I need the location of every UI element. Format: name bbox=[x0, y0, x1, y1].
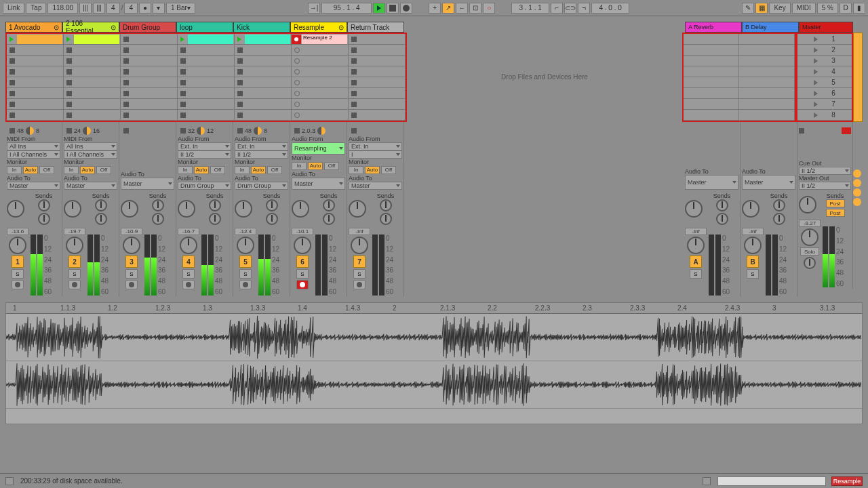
volume-value[interactable]: -10.1 bbox=[292, 228, 313, 235]
clip-slot[interactable] bbox=[121, 66, 178, 77]
scene-launch[interactable]: 7 bbox=[797, 99, 852, 110]
nudge-up-icon[interactable]: ||| bbox=[93, 3, 105, 14]
clip-slot[interactable] bbox=[121, 56, 178, 66]
clip-slot[interactable] bbox=[292, 99, 349, 110]
crossfade-bar[interactable] bbox=[853, 33, 863, 122]
clip-slot[interactable] bbox=[178, 66, 235, 77]
track-header[interactable]: Resample⊙ bbox=[290, 22, 347, 33]
arm-button[interactable] bbox=[239, 280, 252, 289]
solo-button[interactable]: S bbox=[12, 269, 24, 279]
clip-slot[interactable] bbox=[64, 66, 121, 77]
send-a-knob[interactable] bbox=[266, 199, 278, 211]
track-activator[interactable]: 2 bbox=[68, 256, 81, 268]
session-record-icon[interactable]: ○ bbox=[483, 3, 495, 14]
monitor-in[interactable]: In bbox=[292, 162, 307, 170]
stop-clip-icon[interactable] bbox=[66, 128, 72, 134]
drop-files-area[interactable]: Drop Files and Devices Here bbox=[407, 33, 682, 122]
output-dropdown[interactable]: Master bbox=[121, 178, 174, 190]
clip-slot[interactable] bbox=[349, 99, 406, 110]
clip-slot[interactable] bbox=[7, 110, 64, 121]
loop-start[interactable]: 3 . 1 . 1 bbox=[511, 3, 549, 14]
clip-slot[interactable] bbox=[235, 77, 292, 88]
input-type-dropdown[interactable]: Ext. In bbox=[235, 142, 288, 150]
monitor-auto[interactable]: Auto bbox=[80, 166, 95, 174]
clip-slot[interactable] bbox=[64, 56, 121, 66]
computer-midi-icon[interactable]: ▦ bbox=[755, 3, 768, 14]
send-b-knob[interactable] bbox=[209, 213, 221, 225]
solo-button[interactable]: Solo bbox=[800, 247, 819, 256]
volume-knob[interactable] bbox=[237, 237, 254, 254]
send-b-knob[interactable] bbox=[266, 213, 278, 225]
input-channel-dropdown[interactable]: I bbox=[349, 150, 402, 159]
cue-out-dropdown[interactable]: II 1/2 bbox=[799, 167, 851, 175]
solo-button[interactable]: S bbox=[239, 269, 252, 279]
clip-slot[interactable] bbox=[349, 77, 406, 88]
arm-button[interactable] bbox=[125, 280, 138, 289]
arm-button[interactable] bbox=[353, 280, 366, 289]
clip-slot[interactable]: Resample 2 bbox=[292, 34, 349, 45]
monitor-auto[interactable]: Auto bbox=[194, 166, 209, 174]
volume-value[interactable]: -16.7 bbox=[178, 228, 199, 235]
clip-slot[interactable] bbox=[121, 34, 178, 45]
pan-knob[interactable] bbox=[235, 200, 252, 218]
draw-mode-icon[interactable]: ✎ bbox=[742, 3, 754, 14]
monitor-in[interactable]: In bbox=[235, 166, 250, 174]
clip-slot[interactable] bbox=[64, 77, 121, 88]
mixer-section-toggle[interactable] bbox=[853, 198, 861, 206]
volume-value[interactable]: -10.9 bbox=[121, 228, 142, 235]
solo-button[interactable]: S bbox=[690, 269, 702, 279]
stop-all-icon[interactable] bbox=[842, 127, 851, 134]
loop-icon[interactable]: ⊂⊃ bbox=[564, 3, 576, 14]
send-a-knob[interactable] bbox=[95, 199, 107, 211]
capture-midi-icon[interactable]: ⊡ bbox=[469, 3, 481, 14]
track-activator[interactable]: 3 bbox=[125, 256, 138, 268]
monitor-auto[interactable]: Auto bbox=[251, 166, 266, 174]
volume-knob[interactable] bbox=[687, 237, 705, 254]
track-activator[interactable]: A bbox=[690, 256, 702, 268]
metronome-icon[interactable]: ● bbox=[139, 3, 151, 14]
overdub-icon[interactable]: + bbox=[429, 3, 441, 14]
track-header[interactable]: loop bbox=[176, 22, 233, 33]
track-header[interactable]: 1 Avocado⊙ bbox=[5, 22, 62, 33]
cue-knob[interactable] bbox=[804, 257, 816, 269]
monitor-auto[interactable]: Auto bbox=[23, 166, 38, 174]
send-a-knob[interactable] bbox=[38, 199, 50, 211]
send-b-knob[interactable] bbox=[152, 213, 164, 225]
monitor-in[interactable]: In bbox=[64, 166, 79, 174]
input-channel-dropdown[interactable]: I All Channels bbox=[7, 150, 60, 159]
pan-knob[interactable] bbox=[178, 200, 195, 218]
track-activator[interactable]: B bbox=[747, 256, 759, 268]
clip-slot[interactable] bbox=[7, 66, 64, 77]
volume-value[interactable]: -Inf bbox=[349, 228, 370, 235]
tap-button[interactable]: Tap bbox=[26, 3, 46, 14]
clip-slot[interactable] bbox=[349, 66, 406, 77]
returns-section-toggle[interactable] bbox=[853, 188, 861, 197]
pan-knob[interactable] bbox=[121, 200, 138, 218]
pan-knob[interactable] bbox=[349, 200, 366, 218]
sig-num[interactable]: 4 bbox=[106, 3, 120, 14]
master-volume-knob[interactable] bbox=[801, 228, 818, 246]
monitor-off[interactable]: Off bbox=[324, 162, 339, 170]
pan-knob[interactable] bbox=[742, 200, 760, 218]
sends-section-toggle[interactable] bbox=[853, 179, 861, 187]
clip-slot[interactable] bbox=[7, 56, 64, 66]
volume-value[interactable]: -Inf bbox=[742, 228, 764, 235]
clip-slot[interactable] bbox=[235, 34, 292, 45]
clip-slot[interactable] bbox=[7, 45, 64, 56]
clip-slot[interactable] bbox=[292, 88, 349, 99]
master-out-dropdown[interactable]: II 1/2 bbox=[799, 182, 851, 190]
clip-slot[interactable] bbox=[349, 34, 406, 45]
clip-slot[interactable] bbox=[121, 110, 178, 121]
clip-slot[interactable] bbox=[64, 88, 121, 99]
clip-slot[interactable] bbox=[349, 56, 406, 66]
clip-slot[interactable] bbox=[349, 88, 406, 99]
io-section-toggle[interactable] bbox=[853, 169, 861, 178]
master-header[interactable]: Master bbox=[799, 22, 853, 33]
scene-launch[interactable]: 6 bbox=[797, 88, 852, 99]
punch-in-icon[interactable]: ⌐ bbox=[551, 3, 563, 14]
nudge-down-icon[interactable]: ||| bbox=[79, 3, 92, 14]
waveform-left-channel[interactable] bbox=[6, 314, 862, 361]
clip-slot[interactable] bbox=[178, 34, 235, 45]
scene-launch[interactable]: 2 bbox=[797, 45, 852, 56]
send-b-knob[interactable] bbox=[380, 213, 392, 225]
